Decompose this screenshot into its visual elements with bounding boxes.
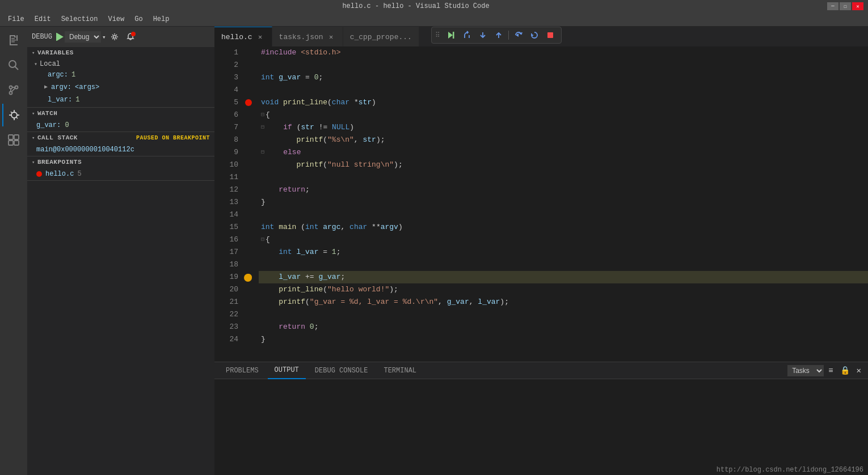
search-icon[interactable] (2, 54, 25, 77)
ln-9: 9 (214, 146, 238, 159)
breakpoints-header[interactable]: ▾ BREAKPOINTS (27, 156, 214, 168)
svg-rect-30 (547, 32, 553, 38)
code-line-15: int main (int argc, char **argv) (259, 221, 868, 234)
tab-helloc-close[interactable]: ✕ (256, 32, 265, 41)
argc-name: argc: (48, 69, 68, 80)
menu-edit[interactable]: Edit (30, 14, 56, 24)
maximize-button[interactable]: ☐ (840, 2, 851, 10)
ln-12: 12 (214, 184, 238, 196)
extensions-icon[interactable] (2, 129, 25, 151)
menu-view[interactable]: View (103, 14, 129, 24)
argv-expand-icon[interactable]: ▶ (44, 82, 48, 93)
code-line-13: } (259, 196, 868, 209)
code-line-20: print_line("hello world!"); (259, 283, 868, 296)
callstack-arrow: ▾ (32, 135, 35, 141)
title-bar: hello.c - hello - Visual Studio Code — ☐… (0, 0, 868, 12)
code-line-19: l_var += g_var; (259, 271, 868, 283)
local-header[interactable]: ▾ Local (27, 60, 214, 69)
panel-lock-button[interactable]: 🔒 (838, 366, 852, 375)
svg-rect-5 (11, 40, 16, 41)
panel-output-select[interactable]: Tasks Build Debug (787, 365, 824, 376)
menu-selection[interactable]: Selection (57, 14, 103, 24)
svg-rect-17 (9, 135, 13, 139)
watch-header[interactable]: ▾ WATCH (27, 108, 214, 119)
ln-21: 21 (214, 296, 238, 308)
code-line-21: printf("g_var = %d, l_var = %d.\r\n", g_… (259, 296, 868, 308)
ln-1: 1 (214, 46, 238, 59)
menu-go[interactable]: Go (130, 14, 147, 24)
line-numbers: 1 2 3 4 5 6 7 8 9 10 11 12 13 14 15 16 1 (214, 46, 243, 362)
panel-toggle-button[interactable]: ≡ (826, 366, 835, 375)
restart-button[interactable] (511, 29, 526, 41)
panel-tab-output[interactable]: OUTPUT (268, 362, 306, 379)
code-line-5: void print_line(char *str) (259, 96, 868, 109)
variables-header[interactable]: ▾ VARIABLES (27, 47, 214, 58)
panel-tabs: PROBLEMS OUTPUT DEBUG CONSOLE TERMINAL T… (214, 362, 868, 379)
close-button[interactable]: ✕ (852, 2, 863, 10)
fold-icon-7[interactable]: ⊟ (261, 121, 264, 134)
svg-rect-1 (10, 35, 11, 45)
code-line-4 (259, 84, 868, 96)
panel-tab-debug-console[interactable]: DEBUG CONSOLE (308, 362, 375, 379)
panel-content (214, 379, 868, 475)
debug-notification-button[interactable] (123, 29, 138, 44)
ln-13: 13 (214, 196, 238, 209)
tab-tasksjson-close[interactable]: ✕ (327, 32, 336, 41)
code-line-23: return 0; (259, 321, 868, 333)
hot-reload-button[interactable] (527, 29, 542, 41)
sidebar: DEBUG Debug ▾ ▾ VARIABLES (27, 27, 214, 475)
window-controls: — ☐ ✕ (827, 2, 863, 10)
minimize-button[interactable]: — (827, 2, 838, 10)
code-line-6: ⊟{ (259, 109, 868, 121)
panel-close-button[interactable]: ✕ (854, 366, 863, 375)
argc-value: 1 (71, 69, 75, 80)
ln-5: 5 (214, 96, 238, 109)
status-url-text: http://blog.csdn.net/lidong_12664196 (717, 466, 863, 474)
continue-button[interactable] (444, 29, 458, 41)
bottom-panel: PROBLEMS OUTPUT DEBUG CONSOLE TERMINAL T… (214, 362, 868, 475)
callstack-main[interactable]: main@0x0000000010040112c (27, 143, 214, 156)
debug-config-select[interactable]: Debug (65, 31, 101, 43)
ln-17: 17 (214, 246, 238, 258)
tab-helloc[interactable]: hello.c ✕ (214, 27, 272, 46)
drag-handle-icon[interactable]: ⠿ (435, 31, 440, 40)
source-control-icon[interactable] (2, 79, 25, 101)
panel-right-controls: Tasks Build Debug ≡ 🔒 ✕ (787, 365, 863, 376)
menu-help[interactable]: Help (149, 14, 174, 24)
files-icon[interactable] (2, 29, 25, 52)
debug-config-dropdown[interactable]: ▾ (102, 33, 106, 41)
step-into-button[interactable] (475, 29, 490, 41)
tab-helloc-label: hello.c (221, 33, 252, 41)
svg-rect-20 (9, 141, 13, 145)
code-editor[interactable]: 1 2 3 4 5 6 7 8 9 10 11 12 13 14 15 16 1 (214, 46, 868, 362)
code-line-22 (259, 308, 868, 321)
code-line-18 (259, 258, 868, 271)
fold-icon-6[interactable]: ⊟ (261, 109, 264, 121)
panel-tab-problems[interactable]: PROBLEMS (219, 362, 266, 379)
lvar-name: l_var: (48, 94, 72, 105)
debug-icon[interactable] (2, 104, 25, 126)
menu-file[interactable]: File (3, 14, 29, 24)
debug-settings-button[interactable] (107, 29, 122, 44)
code-lines[interactable]: #include <stdio.h> int g_var = 0; void p… (256, 46, 868, 362)
debug-bar: DEBUG Debug ▾ (27, 27, 214, 47)
stop-button[interactable] (543, 29, 558, 41)
fold-icon-9[interactable]: ⊟ (261, 146, 264, 159)
breakpoint-helloc[interactable]: hello.c 5 (27, 168, 214, 180)
breakpoints-section: ▾ BREAKPOINTS hello.c 5 (27, 156, 214, 181)
step-out-button[interactable] (491, 29, 506, 41)
variables-title: VARIABLES (37, 49, 74, 56)
step-over-button[interactable] (460, 29, 474, 41)
fold-icon-16[interactable]: ⊟ (261, 234, 264, 246)
svg-rect-24 (453, 32, 454, 39)
variable-argv[interactable]: ▶ argv: <args> (27, 81, 214, 94)
ln-10: 10 (214, 159, 238, 171)
callstack-header[interactable]: ▾ CALL STACK PAUSED ON BREAKPOINT (27, 132, 214, 143)
tab-cppproperties[interactable]: c_cpp_prope... (343, 27, 419, 46)
code-line-16: ⊟{ (259, 234, 868, 246)
tab-tasksjson[interactable]: tasks.json ✕ (272, 27, 343, 46)
code-line-17: int l_var = 1; (259, 246, 868, 258)
svg-line-8 (15, 67, 19, 70)
panel-tab-terminal[interactable]: TERMINAL (377, 362, 423, 379)
debug-run-icon[interactable] (56, 33, 64, 41)
